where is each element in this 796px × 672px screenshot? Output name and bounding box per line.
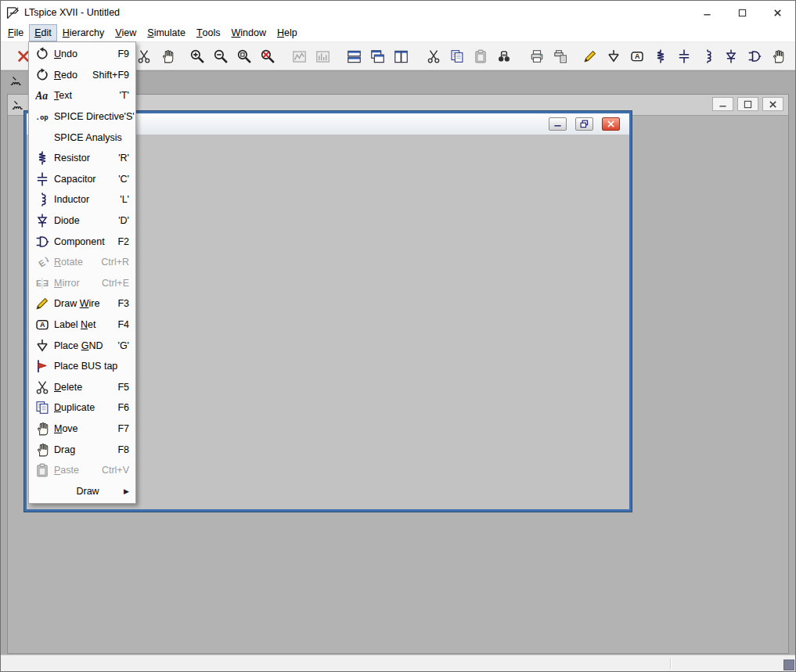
menu-simulate[interactable]: Simulate [142,24,191,41]
menu-item-spice-analysis[interactable]: SPICE Analysis [29,127,135,148]
print-preview-button[interactable] [549,45,572,68]
background-window-controls [712,97,783,111]
menu-item-place-gnd[interactable]: Place GND'G' [29,335,135,356]
maximize-button[interactable] [737,97,758,111]
schematic-window-icon [10,74,24,88]
move-icon [33,421,52,437]
menu-item-place-bus-tap[interactable]: Place BUS tap [29,356,135,377]
draw-wire-icon [33,296,52,311]
no-icon [33,483,52,499]
resistor-button[interactable] [649,45,672,68]
print-preview-icon [553,49,567,63]
maximize-button[interactable] [725,1,760,24]
menubar: FileEditHierarchyViewSimulateToolsWindow… [1,24,795,41]
cascade-windows-button[interactable] [366,45,389,68]
close-button[interactable] [760,1,795,24]
svg-text:.op: .op [35,113,49,121]
menu-tools[interactable]: Tools [191,24,226,41]
tile-vertical-button[interactable] [389,45,412,68]
find-button[interactable] [492,45,516,68]
svg-text:A: A [635,52,640,60]
capacitor-button[interactable] [672,45,696,68]
menu-item-duplicate[interactable]: DuplicateF6 [29,397,135,419]
menu-file[interactable]: File [2,24,29,41]
minimize-button[interactable] [690,1,725,24]
menu-edit[interactable]: Edit [29,24,57,41]
menu-item-text[interactable]: AaText'T' [29,85,135,106]
undo-icon [33,46,52,62]
menu-view[interactable]: View [110,24,142,41]
menu-item-delete[interactable]: DeleteF5 [29,377,135,398]
maximize-icon [744,100,752,109]
pan-hand-icon [160,49,175,63]
menu-item-label-net[interactable]: ALabel NetF4 [29,314,135,336]
copy-button[interactable] [445,45,469,68]
menu-item-component[interactable]: ComponentF2 [29,231,135,252]
zoom-full-extents-button[interactable] [232,45,256,68]
resize-grip[interactable] [783,659,794,670]
menu-item-draw-wire[interactable]: Draw WireF3 [29,293,135,314]
print-button[interactable] [525,45,549,68]
submenu-arrow-icon: ▶ [124,487,129,495]
redo-icon [33,67,52,83]
label-net-button[interactable]: A [625,45,649,68]
menu-item-inductor[interactable]: Inductor'L' [29,189,135,210]
menu-item-move[interactable]: MoveF7 [29,419,135,440]
svg-text:E: E [37,257,47,268]
no-icon [33,130,52,146]
menu-item-paste[interactable]: PasteCtrl+V [29,460,135,481]
draw-wire-button[interactable] [578,45,602,68]
menu-help[interactable]: Help [272,24,303,41]
inductor-button[interactable] [696,45,719,68]
minimize-button[interactable] [712,97,733,111]
move-button[interactable] [766,45,790,68]
minimize-icon [719,100,727,109]
zoom-out-button[interactable] [209,45,232,68]
tile-horizontal-icon [347,49,362,64]
menu-item-capacitor[interactable]: Capacitor'C' [29,169,135,190]
inductor-icon [701,49,715,63]
toolbar-group-2 [185,45,279,68]
close-icon [773,9,782,17]
zoom-in-button[interactable] [185,45,209,68]
component-button[interactable] [743,45,766,68]
menu-item-draw[interactable]: Draw▶ [29,480,135,501]
zoom-full-icon [237,49,252,64]
close-button[interactable] [602,117,620,131]
duplicate-icon [33,400,52,415]
menu-item-redo[interactable]: RedoShift+F9 [29,65,135,86]
edit-menu-dropdown: UndoF9RedoShift+F9AaText'T'.opSPICE Dire… [28,41,136,504]
plot-fft-icon [315,49,330,64]
menu-item-undo[interactable]: UndoF9 [29,44,135,65]
menu-item-rotate[interactable]: ERotateCtrl+R [29,252,135,273]
toolbar-group-3 [287,45,334,68]
pan-button[interactable] [156,45,179,68]
menu-item-spice-directive[interactable]: .opSPICE Directive'S' [29,106,135,128]
paste-button[interactable] [469,45,492,68]
diode-button[interactable] [719,45,743,68]
menu-item-drag[interactable]: DragF8 [29,439,135,460]
minimize-button[interactable] [549,117,567,131]
minimize-icon [553,120,562,128]
menu-item-diode[interactable]: Diode'D' [29,210,135,232]
zoom-in-icon [190,49,205,64]
rotate-icon: E [33,254,52,270]
tile-horizontal-button[interactable] [342,45,366,68]
plot-pane-button[interactable] [287,45,311,68]
plot-settings-button[interactable] [311,45,334,68]
close-button[interactable] [762,97,783,111]
statusbar [1,655,795,671]
zoom-clear-button[interactable] [256,45,279,68]
place-gnd-button[interactable] [602,45,625,68]
cut-button[interactable] [422,45,445,68]
drag-icon [33,442,52,458]
active-window-controls [549,117,620,131]
menu-window[interactable]: Window [226,24,272,41]
restore-button[interactable] [575,117,593,131]
titlebar[interactable]: LTspice XVII - Untitled [1,1,795,24]
menu-item-mirror[interactable]: EEMirrorCtrl+E [29,273,135,294]
zoom-clear-icon [261,49,276,64]
menu-hierarchy[interactable]: Hierarchy [57,24,110,41]
svg-text:E: E [36,279,41,288]
menu-item-resistor[interactable]: Resistor'R' [29,148,135,169]
